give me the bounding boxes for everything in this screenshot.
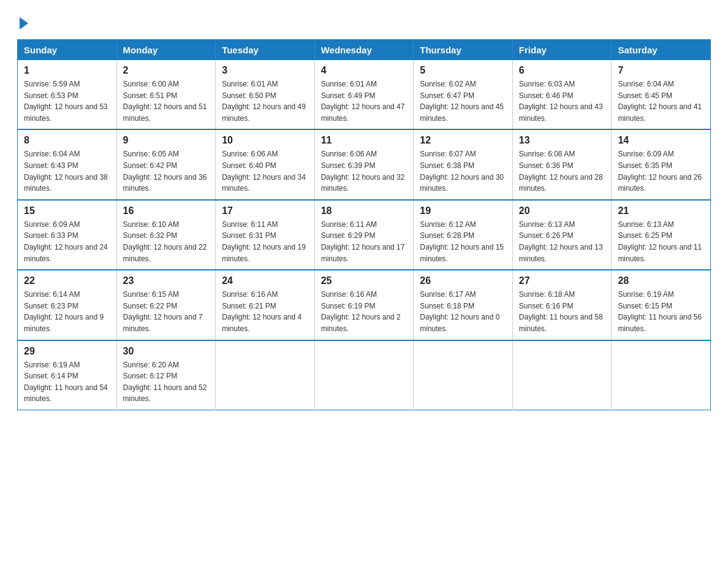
calendar-day-cell: 28Sunrise: 6:19 AMSunset: 6:15 PMDayligh… xyxy=(612,270,711,340)
calendar-day-cell: 19Sunrise: 6:12 AMSunset: 6:28 PMDayligh… xyxy=(414,200,513,270)
day-info: Sunrise: 6:06 AMSunset: 6:40 PMDaylight:… xyxy=(222,148,308,194)
calendar-day-cell: 7Sunrise: 6:04 AMSunset: 6:45 PMDaylight… xyxy=(612,60,711,129)
day-number: 23 xyxy=(123,275,210,286)
calendar-week-row: 15Sunrise: 6:09 AMSunset: 6:33 PMDayligh… xyxy=(18,200,711,270)
day-number: 9 xyxy=(123,135,210,146)
day-info: Sunrise: 6:13 AMSunset: 6:26 PMDaylight:… xyxy=(519,219,605,264)
day-info: Sunrise: 6:09 AMSunset: 6:35 PMDaylight:… xyxy=(618,148,704,194)
calendar-day-cell: 1Sunrise: 5:59 AMSunset: 6:53 PMDaylight… xyxy=(18,60,117,129)
day-number: 28 xyxy=(618,275,704,286)
calendar-table: SundayMondayTuesdayWednesdayThursdayFrid… xyxy=(17,39,711,410)
day-number: 4 xyxy=(321,65,408,76)
calendar-header-row: SundayMondayTuesdayWednesdayThursdayFrid… xyxy=(18,40,711,61)
day-info: Sunrise: 6:04 AMSunset: 6:45 PMDaylight:… xyxy=(618,79,704,124)
calendar-day-cell: 24Sunrise: 6:16 AMSunset: 6:21 PMDayligh… xyxy=(216,270,315,340)
day-info: Sunrise: 6:12 AMSunset: 6:28 PMDaylight:… xyxy=(420,219,506,264)
day-info: Sunrise: 6:19 AMSunset: 6:14 PMDaylight:… xyxy=(24,359,110,405)
calendar-day-cell: 13Sunrise: 6:08 AMSunset: 6:36 PMDayligh… xyxy=(512,129,612,199)
day-number: 3 xyxy=(222,65,308,76)
calendar-day-cell: 22Sunrise: 6:14 AMSunset: 6:23 PMDayligh… xyxy=(18,270,117,340)
calendar-day-cell: 20Sunrise: 6:13 AMSunset: 6:26 PMDayligh… xyxy=(512,200,612,270)
calendar-day-cell: 4Sunrise: 6:01 AMSunset: 6:49 PMDaylight… xyxy=(314,60,414,129)
day-number: 26 xyxy=(420,275,506,286)
day-number: 21 xyxy=(618,205,704,216)
calendar-day-cell: 11Sunrise: 6:06 AMSunset: 6:39 PMDayligh… xyxy=(314,129,414,199)
day-info: Sunrise: 6:00 AMSunset: 6:51 PMDaylight:… xyxy=(123,79,210,124)
day-info: Sunrise: 6:01 AMSunset: 6:49 PMDaylight:… xyxy=(321,79,408,124)
day-info: Sunrise: 6:06 AMSunset: 6:39 PMDaylight:… xyxy=(321,148,408,194)
day-number: 30 xyxy=(123,346,210,357)
calendar-day-cell xyxy=(314,340,414,410)
day-number: 11 xyxy=(321,135,408,146)
day-number: 16 xyxy=(123,205,210,216)
day-number: 13 xyxy=(519,135,605,146)
day-number: 7 xyxy=(618,65,704,76)
calendar-day-cell: 10Sunrise: 6:06 AMSunset: 6:40 PMDayligh… xyxy=(216,129,315,199)
day-info: Sunrise: 6:18 AMSunset: 6:16 PMDaylight:… xyxy=(519,289,605,334)
calendar-day-cell: 25Sunrise: 6:16 AMSunset: 6:19 PMDayligh… xyxy=(314,270,414,340)
calendar-day-cell: 17Sunrise: 6:11 AMSunset: 6:31 PMDayligh… xyxy=(216,200,315,270)
day-number: 19 xyxy=(420,205,506,216)
day-number: 5 xyxy=(420,65,506,76)
day-number: 15 xyxy=(24,205,110,216)
calendar-day-cell: 5Sunrise: 6:02 AMSunset: 6:47 PMDaylight… xyxy=(414,60,513,129)
calendar-week-row: 1Sunrise: 5:59 AMSunset: 6:53 PMDaylight… xyxy=(18,60,711,129)
day-info: Sunrise: 6:15 AMSunset: 6:22 PMDaylight:… xyxy=(123,289,210,334)
calendar-day-cell: 18Sunrise: 6:11 AMSunset: 6:29 PMDayligh… xyxy=(314,200,414,270)
day-info: Sunrise: 6:20 AMSunset: 6:12 PMDaylight:… xyxy=(123,359,210,405)
day-number: 27 xyxy=(519,275,605,286)
day-of-week-header: Wednesday xyxy=(314,40,414,61)
calendar-day-cell: 26Sunrise: 6:17 AMSunset: 6:18 PMDayligh… xyxy=(414,270,513,340)
calendar-day-cell: 27Sunrise: 6:18 AMSunset: 6:16 PMDayligh… xyxy=(512,270,612,340)
day-number: 18 xyxy=(321,205,408,216)
day-of-week-header: Thursday xyxy=(414,40,513,61)
day-info: Sunrise: 6:03 AMSunset: 6:46 PMDaylight:… xyxy=(519,79,605,124)
day-info: Sunrise: 6:11 AMSunset: 6:31 PMDaylight:… xyxy=(222,219,308,264)
calendar-day-cell: 16Sunrise: 6:10 AMSunset: 6:32 PMDayligh… xyxy=(116,200,216,270)
calendar-day-cell: 14Sunrise: 6:09 AMSunset: 6:35 PMDayligh… xyxy=(612,129,711,199)
calendar-week-row: 8Sunrise: 6:04 AMSunset: 6:43 PMDaylight… xyxy=(18,129,711,199)
day-info: Sunrise: 6:09 AMSunset: 6:33 PMDaylight:… xyxy=(24,219,110,264)
calendar-day-cell: 12Sunrise: 6:07 AMSunset: 6:38 PMDayligh… xyxy=(414,129,513,199)
day-number: 17 xyxy=(222,205,308,216)
page-header xyxy=(17,15,711,27)
day-number: 24 xyxy=(222,275,308,286)
day-info: Sunrise: 6:10 AMSunset: 6:32 PMDaylight:… xyxy=(123,219,210,264)
day-number: 29 xyxy=(24,346,110,357)
day-info: Sunrise: 6:08 AMSunset: 6:36 PMDaylight:… xyxy=(519,148,605,194)
calendar-day-cell: 15Sunrise: 6:09 AMSunset: 6:33 PMDayligh… xyxy=(18,200,117,270)
day-info: Sunrise: 6:05 AMSunset: 6:42 PMDaylight:… xyxy=(123,148,210,194)
calendar-week-row: 29Sunrise: 6:19 AMSunset: 6:14 PMDayligh… xyxy=(18,340,711,410)
calendar-day-cell xyxy=(216,340,315,410)
day-number: 1 xyxy=(24,65,110,76)
calendar-day-cell: 2Sunrise: 6:00 AMSunset: 6:51 PMDaylight… xyxy=(116,60,216,129)
day-info: Sunrise: 5:59 AMSunset: 6:53 PMDaylight:… xyxy=(24,79,110,124)
day-info: Sunrise: 6:11 AMSunset: 6:29 PMDaylight:… xyxy=(321,219,408,264)
day-info: Sunrise: 6:02 AMSunset: 6:47 PMDaylight:… xyxy=(420,79,506,124)
logo-arrow-icon xyxy=(20,17,28,29)
calendar-week-row: 22Sunrise: 6:14 AMSunset: 6:23 PMDayligh… xyxy=(18,270,711,340)
day-number: 12 xyxy=(420,135,506,146)
calendar-day-cell: 30Sunrise: 6:20 AMSunset: 6:12 PMDayligh… xyxy=(116,340,216,410)
day-number: 20 xyxy=(519,205,605,216)
day-info: Sunrise: 6:04 AMSunset: 6:43 PMDaylight:… xyxy=(24,148,110,194)
day-number: 10 xyxy=(222,135,308,146)
day-of-week-header: Sunday xyxy=(18,40,117,61)
day-of-week-header: Monday xyxy=(116,40,216,61)
day-info: Sunrise: 6:16 AMSunset: 6:19 PMDaylight:… xyxy=(321,289,408,334)
calendar-day-cell xyxy=(612,340,711,410)
calendar-day-cell: 3Sunrise: 6:01 AMSunset: 6:50 PMDaylight… xyxy=(216,60,315,129)
day-info: Sunrise: 6:07 AMSunset: 6:38 PMDaylight:… xyxy=(420,148,506,194)
day-number: 2 xyxy=(123,65,210,76)
day-number: 6 xyxy=(519,65,605,76)
calendar-day-cell: 23Sunrise: 6:15 AMSunset: 6:22 PMDayligh… xyxy=(116,270,216,340)
day-info: Sunrise: 6:01 AMSunset: 6:50 PMDaylight:… xyxy=(222,79,308,124)
day-number: 14 xyxy=(618,135,704,146)
day-of-week-header: Friday xyxy=(512,40,612,61)
day-info: Sunrise: 6:13 AMSunset: 6:25 PMDaylight:… xyxy=(618,219,704,264)
calendar-day-cell: 29Sunrise: 6:19 AMSunset: 6:14 PMDayligh… xyxy=(18,340,117,410)
calendar-day-cell xyxy=(414,340,513,410)
day-of-week-header: Tuesday xyxy=(216,40,315,61)
day-of-week-header: Saturday xyxy=(612,40,711,61)
calendar-day-cell: 9Sunrise: 6:05 AMSunset: 6:42 PMDaylight… xyxy=(116,129,216,199)
